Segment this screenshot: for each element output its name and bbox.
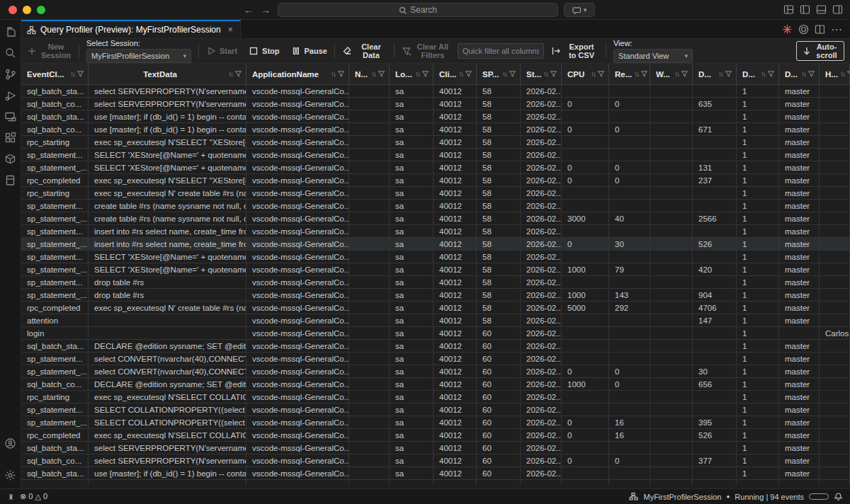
forward-arrow-icon[interactable]: → [261,4,271,16]
search-sidebar-icon[interactable] [4,47,16,59]
sort-icon[interactable]: ↑↓ [674,70,679,78]
column-header-application_name[interactable]: ApplicationName↑↓ [246,64,349,84]
event-row[interactable]: sp_statement_...select CONVERT(nvarchar(… [21,365,850,378]
maximize-window-button[interactable] [37,6,45,14]
event-row[interactable]: sp_statement...insert into #rs select na… [21,225,850,238]
column-header-host_name[interactable]: H...↑↓ [820,64,850,84]
column-header-spid[interactable]: SP...↑↓ [477,64,521,84]
column-header-start_time[interactable]: St...↑↓ [521,64,562,84]
column-header-cpu[interactable]: CPU↑↓ [562,64,609,84]
event-row[interactable]: loginvscode-mssql-GeneralCo...sa40012602… [21,327,850,340]
column-header-text_data[interactable]: TextData↑↓ [89,64,246,84]
sort-icon[interactable]: ↑↓ [591,70,595,78]
profiler-status-icon[interactable] [629,492,638,501]
column-header-database_id[interactable]: D...↑↓ [737,64,779,84]
event-row[interactable]: rpc_startingexec sp_executesql N'SELECT … [21,136,850,149]
clear-data-button[interactable]: Clear Data [342,42,387,59]
filter-icon[interactable] [421,70,429,78]
column-header-nt_user_name[interactable]: N...↑↓ [349,64,390,84]
filter-icon[interactable] [76,70,84,78]
event-row[interactable]: rpc_completedexec sp_executesql N' creat… [21,302,850,314]
event-row[interactable]: rpc_startingexec sp_executesql N'SELECT … [21,391,850,403]
sort-icon[interactable]: ↑↓ [634,70,638,78]
more-actions-icon[interactable]: ⋯ [831,23,843,36]
event-row[interactable]: sp_statement_...SELECT 'XEStore[@Name=' … [21,263,850,276]
event-row[interactable]: rpc_startingexec sp_executesql N' create… [21,187,850,200]
event-row[interactable]: attentionvscode-mssql-GeneralCo...sa4001… [21,314,850,327]
close-tab-icon[interactable]: × [228,25,233,35]
starburst-icon[interactable] [782,24,792,34]
quick-filter-input[interactable] [458,43,544,59]
event-row[interactable]: sql_batch_co...DECLARE @edition sysname;… [21,378,850,391]
column-header-reads[interactable]: Re...↑↓ [609,64,650,84]
sort-icon[interactable]: ↑↓ [458,70,463,78]
status-session-name[interactable]: MyFirstProfilerSession [643,493,721,501]
command-search-box[interactable]: Search [278,3,558,17]
column-header-event_class[interactable]: EventCl...↑↓ [21,64,89,84]
event-row[interactable]: sp_statement_...insert into #rs select n… [21,238,850,251]
column-header-client_process_id[interactable]: Cli...↑↓ [434,64,477,84]
auto-scroll-button[interactable]: Auto-scroll [796,41,844,61]
clear-all-filters-button[interactable]: Clear All Filters [402,42,450,59]
sort-icon[interactable]: ↑↓ [718,70,722,78]
copilot-chat-button[interactable]: ▾ [564,3,595,17]
sort-icon[interactable]: ↑↓ [371,70,375,78]
event-row[interactable]: sql_batch_co...use [master]; if (db_id()… [21,123,850,136]
event-row[interactable]: sp_statement...SELECT 'XEStore[@Name=' +… [21,251,850,263]
remote-indicator-icon[interactable] [6,492,15,501]
containers-icon[interactable] [4,153,16,165]
event-row[interactable]: sp_statement...select CONVERT(nvarchar(4… [21,353,850,365]
event-row[interactable]: sql_batch_co...select SERVERPROPERTY(N's… [21,98,850,110]
column-header-writes[interactable]: W...↑↓ [650,64,693,84]
column-header-login_name[interactable]: Lo...↑↓ [390,64,434,84]
close-window-button[interactable] [8,6,17,14]
toggle-primary-sidebar-icon[interactable] [800,4,810,15]
filter-icon[interactable] [725,70,732,78]
event-row[interactable]: sql_batch_sta...use [master]; if (db_id(… [21,110,850,123]
event-row[interactable]: rpc_completedexec sp_executesql N'SELECT… [21,429,850,442]
event-row[interactable]: sp_statement_...create table #rs (name s… [21,212,850,225]
export-csv-button[interactable]: Export to CSV [551,42,599,59]
event-row[interactable]: sp_statement_...drop table #rsvscode-mss… [21,289,850,302]
event-row[interactable]: sp_statement_...SELECT COLLATIONPROPERTY… [21,416,850,429]
problems-indicator[interactable]: ⊗ 0 △ 0 [20,492,47,501]
notifications-bell-icon[interactable] [834,492,843,501]
source-control-icon[interactable] [4,68,16,80]
tab-query-profiler[interactable]: Query Profiler (Preview): MyFirstProfile… [21,20,241,38]
view-select[interactable]: Standard View ▾ [613,49,693,63]
sort-icon[interactable]: ↑↓ [331,70,335,78]
filter-icon[interactable] [337,70,345,78]
customize-layout-icon[interactable] [783,4,794,15]
sort-icon[interactable]: ↑↓ [228,70,232,78]
sort-icon[interactable]: ↑↓ [70,70,74,78]
session-select[interactable]: MyFirstProfilerSession ▾ [86,49,191,63]
back-arrow-icon[interactable]: ← [244,4,254,16]
account-icon[interactable] [4,437,16,449]
filter-icon[interactable] [681,70,688,78]
sort-icon[interactable]: ↑↓ [840,70,844,78]
column-header-duration[interactable]: D...↑↓ [693,64,737,84]
filter-icon[interactable] [550,70,557,78]
stop-button[interactable]: Stop [249,46,279,56]
run-debug-icon[interactable] [4,89,16,101]
new-session-button[interactable]: New Session [27,42,72,59]
event-row[interactable]: sp_statement...drop table #rsvscode-mssq… [21,276,850,289]
column-header-database_name[interactable]: D...↑↓ [779,64,820,84]
sort-icon[interactable]: ↑↓ [801,70,805,78]
filter-icon[interactable] [640,70,648,78]
event-row[interactable]: sp_statement_...SELECT 'XEStore[@Name=' … [21,161,850,174]
filter-icon[interactable] [378,70,385,78]
filter-icon[interactable] [597,70,605,78]
extensions-icon[interactable] [4,132,16,144]
event-row[interactable]: rpc_completedexec sp_executesql N'SELECT… [21,174,850,187]
filter-icon[interactable] [808,70,815,78]
filter-icon[interactable] [767,70,775,78]
sort-icon[interactable]: ↑↓ [543,70,548,78]
pause-button[interactable]: Pause [291,46,327,56]
filter-icon[interactable] [234,70,242,78]
toggle-panel-icon[interactable] [816,4,827,15]
sort-icon[interactable]: ↑↓ [502,70,506,78]
sort-icon[interactable]: ↑↓ [415,70,419,78]
event-row[interactable]: sp_statement...SELECT COLLATIONPROPERTY(… [21,403,850,416]
event-row[interactable]: sql_batch_sta...DECLARE @edition sysname… [21,340,850,353]
